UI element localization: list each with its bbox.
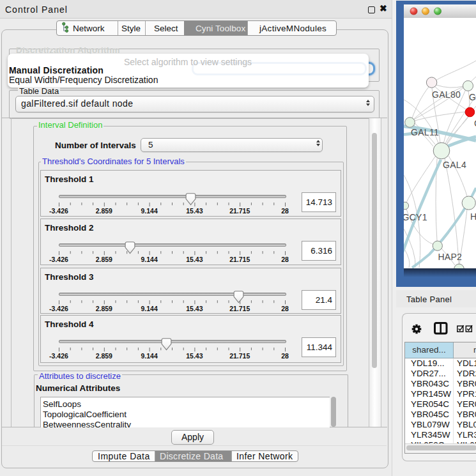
svg-text:HS: HS — [470, 211, 476, 222]
svg-text:GAL4: GAL4 — [443, 160, 466, 170]
svg-text:GAL80: GAL80 — [432, 89, 461, 100]
svg-text:GAL11: GAL11 — [411, 127, 439, 137]
svg-text:GCY1: GCY1 — [404, 212, 427, 222]
svg-text:HAP2: HAP2 — [438, 252, 462, 262]
svg-text:GAL: GAL — [469, 92, 476, 102]
